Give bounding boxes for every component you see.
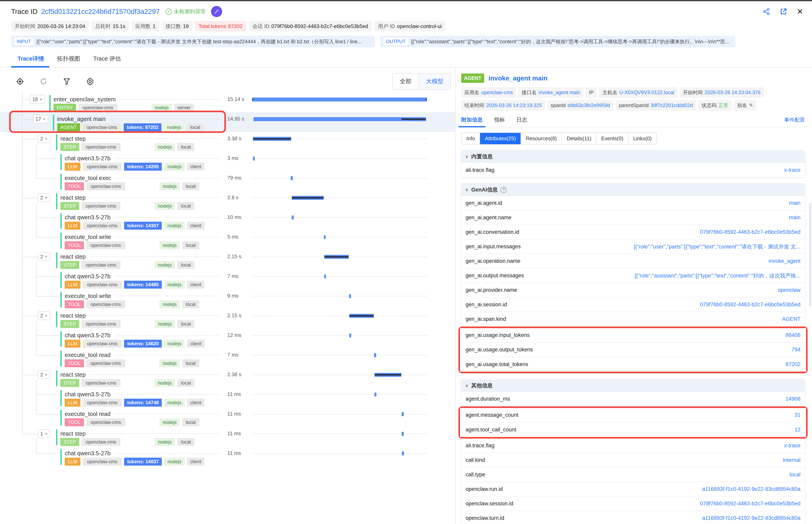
trace-span-row[interactable]: execute_tool readTOOLopenclaw-cmsnodejsl… xyxy=(0,348,455,368)
trace-span-row[interactable]: execute_tool execTOOLopenclaw-cmsnodejsl… xyxy=(0,171,455,191)
attribute-value[interactable]: a116893f-f1c0-4192-9e22-83cd8954c80a xyxy=(702,486,800,492)
subtab-Links(0)[interactable]: Links(0) xyxy=(628,133,656,144)
input-preview[interactable]: INPUT [{"role":"user","parts":[{"type":"… xyxy=(11,36,375,47)
trace-span-row[interactable]: chat qwen3.5-27bLLMopenclaw-cmstokens: 1… xyxy=(0,269,455,289)
close-icon[interactable]: ✕ xyxy=(796,7,803,16)
attribute-value[interactable]: invoke_agent xyxy=(768,258,800,264)
expand-count-chip[interactable]: 2▼ xyxy=(38,134,50,143)
attribute-key: gen_ai.operation.name xyxy=(466,258,520,264)
open-external-icon[interactable] xyxy=(779,7,788,16)
trace-span-row[interactable]: 2▼react stepSTEPopenclaw-cmsnodejslocal3… xyxy=(0,132,455,151)
subtab-Details(11)[interactable]: Details(11) xyxy=(562,133,596,144)
badge-app: openclaw-cms xyxy=(83,222,122,230)
span-duration: 12 ms xyxy=(225,329,252,348)
attribute-value[interactable]: internal xyxy=(783,457,800,463)
tab-Trace 评估[interactable]: Trace 评估 xyxy=(93,55,121,67)
attribute-value[interactable]: [{"role":"assistant","parts":[{"type":"t… xyxy=(635,272,800,279)
tab-Trace详情[interactable]: Trace详情 xyxy=(17,55,44,67)
scrollbar[interactable] xyxy=(809,202,811,306)
detail-tab-附加信息[interactable]: 附加信息 xyxy=(461,116,483,127)
expand-count-chip[interactable]: 2▼ xyxy=(38,311,50,320)
trace-span-row[interactable]: 1▼react stepSTEPopenclaw-cmsnodejslocal1… xyxy=(0,427,455,446)
section-header[interactable]: ∨GenAI信息? xyxy=(461,183,805,196)
trace-span-row[interactable]: 2▼react stepSTEPopenclaw-cmsnodejslocal2… xyxy=(0,191,455,211)
attribute-value[interactable]: openclaw xyxy=(778,287,800,293)
attribute-value[interactable]: 079f76b0-8592-4463-b2c7-e6bc0e53b5ed xyxy=(700,229,800,235)
trace-span-row[interactable]: execute_tool readTOOLopenclaw-cmsnodejsl… xyxy=(0,407,455,427)
expand-count-chip[interactable]: 2▼ xyxy=(38,370,50,379)
attribute-value[interactable]: 86408 xyxy=(785,332,800,338)
span-duration: 11 ms xyxy=(225,407,252,427)
detail-meta-value[interactable]: d4b63c3fe2e9959d xyxy=(568,102,610,108)
trace-span-row[interactable]: chat qwen3.5-27bLLMopenclaw-cmstokens: 1… xyxy=(0,151,455,171)
trace-span-row[interactable]: chat qwen3.5-27bLLMopenclaw-cmstokens: 1… xyxy=(0,388,455,407)
attribute-value[interactable]: 12 xyxy=(795,427,800,433)
trace-span-row[interactable]: chat qwen3.5-27bLLMopenclaw-cmstokens: 1… xyxy=(0,329,455,348)
section-header[interactable]: ∨内置信息 xyxy=(461,150,805,163)
attribute-value[interactable]: 079f76b0-8592-4463-b2c7-e6bc0e53b5ed xyxy=(700,501,800,507)
expand-count-chip[interactable]: 17▼ xyxy=(33,115,48,124)
subtab-Events(0)[interactable]: Events(0) xyxy=(596,133,628,144)
output-preview[interactable]: OUTPUT [{"role":"assistant","parts":[{"t… xyxy=(380,36,735,47)
attribute-value[interactable]: main xyxy=(789,214,800,221)
attribute-value[interactable]: x-trace xyxy=(784,443,800,449)
gear-icon[interactable] xyxy=(86,77,95,86)
attribute-value[interactable]: [{"role":"user","parts":[{"type":"text",… xyxy=(634,243,800,250)
detail-meta-value[interactable]: 39f7c2201cddd02d xyxy=(650,102,693,108)
attribute-value[interactable]: 14908 xyxy=(785,396,800,402)
detail-tab-指标[interactable]: 指标 xyxy=(494,116,505,127)
attribute-value[interactable]: 87202 xyxy=(785,361,800,367)
trace-span-row[interactable]: 2▼react stepSTEPopenclaw-cmsnodejslocal2… xyxy=(0,309,455,329)
trace-span-row[interactable]: 2▼react stepSTEPopenclaw-cmsnodejslocal2… xyxy=(0,250,455,269)
expand-count-chip[interactable]: 1▼ xyxy=(38,429,50,438)
subtab-Attributes(25)[interactable]: Attributes(25) xyxy=(480,133,521,144)
attribute-value[interactable]: 794 xyxy=(792,347,800,353)
detail-meta-value[interactable]: U-X0XQV9V3-0122.local xyxy=(619,89,674,95)
attribute-value[interactable]: 31 xyxy=(795,412,800,418)
badge-plain: client xyxy=(187,399,204,407)
tab-拓扑视图[interactable]: 拓扑视图 xyxy=(57,55,80,67)
trace-span-row[interactable]: chat qwen3.5-27bLLMopenclaw-cmstokens: 1… xyxy=(0,211,455,230)
timeline-track xyxy=(252,151,427,171)
attribute-value[interactable]: local xyxy=(789,472,800,478)
event-config-link[interactable]: 事件配置 xyxy=(784,116,805,127)
badge-app: openclaw-cms xyxy=(83,163,122,170)
detail-meta-value[interactable]: openclaw-cms xyxy=(481,89,513,95)
filter-icon[interactable] xyxy=(63,77,71,86)
scope-option-全部[interactable]: 全部 xyxy=(393,73,419,89)
detail-tab-日志[interactable]: 日志 xyxy=(517,116,527,127)
trace-span-row[interactable]: 2▼react stepSTEPopenclaw-cmsnodejslocal2… xyxy=(0,368,455,388)
trace-span-row[interactable]: 18▼enter_openclaw_systemENTRYopenclaw-cm… xyxy=(0,93,455,112)
detail-meta-value[interactable]: 正常 xyxy=(718,102,728,109)
expand-count-chip[interactable]: 18▼ xyxy=(30,95,45,104)
magic-wand-button[interactable] xyxy=(211,6,222,17)
trace-span-row[interactable]: chat qwen3.5-27bLLMopenclaw-cmstokens: 1… xyxy=(0,446,455,466)
detail-meta-value[interactable]: 2026-03-26 14:23:04.376 xyxy=(705,89,761,95)
attribute-value[interactable]: main xyxy=(789,200,800,206)
span-name: chat qwen3.5-27b xyxy=(65,332,111,339)
trace-span-row[interactable]: execute_tool writeTOOLopenclaw-cmsnodejs… xyxy=(0,289,455,309)
locate-icon[interactable] xyxy=(16,77,24,86)
trace-id-value[interactable]: 2cf5d013221cc224b6d71570df3a2297 xyxy=(41,7,160,16)
section-header[interactable]: ∨其他信息 xyxy=(461,379,805,392)
help-icon[interactable]: ? xyxy=(501,187,507,193)
expand-count-chip[interactable]: 2▼ xyxy=(38,193,50,202)
badge-entry: ENTRY xyxy=(54,104,76,112)
magic-wand-icon xyxy=(214,9,220,15)
scope-option-大模型[interactable]: 大模型 xyxy=(419,73,451,89)
attribute-value[interactable]: AGENT xyxy=(782,316,800,322)
subtab-Resources(8)[interactable]: Resources(8) xyxy=(521,133,561,144)
detail-meta-value[interactable]: invoke_agent main xyxy=(539,89,580,95)
attribute-value[interactable]: x-trace xyxy=(784,167,800,173)
refresh-icon[interactable] xyxy=(39,77,48,86)
expand-count-chip[interactable]: 2▼ xyxy=(38,252,50,261)
trace-span-row[interactable]: 17▼invoke_agent mainAGENTopenclaw-cmstok… xyxy=(0,112,455,132)
share-icon[interactable] xyxy=(762,7,770,16)
attribute-section: ∨GenAI信息?gen_ai.agent.idmaingen_ai.agent… xyxy=(461,183,805,373)
attribute-key: gen_ai.provider.name xyxy=(466,287,517,293)
attribute-value[interactable]: 079f76b0-8592-4463-b2c7-e6bc0e53b5ed xyxy=(700,301,800,308)
trace-span-row[interactable]: execute_tool writeTOOLopenclaw-cmsnodejs… xyxy=(0,230,455,250)
attribute-value[interactable]: a116893f-f1c0-4192-9e22-83cd8954c80a xyxy=(702,515,800,521)
subtab-Info[interactable]: Info xyxy=(461,133,480,144)
detail-meta-value[interactable]: 2026-03-26 14:23:19.325 xyxy=(486,102,542,108)
